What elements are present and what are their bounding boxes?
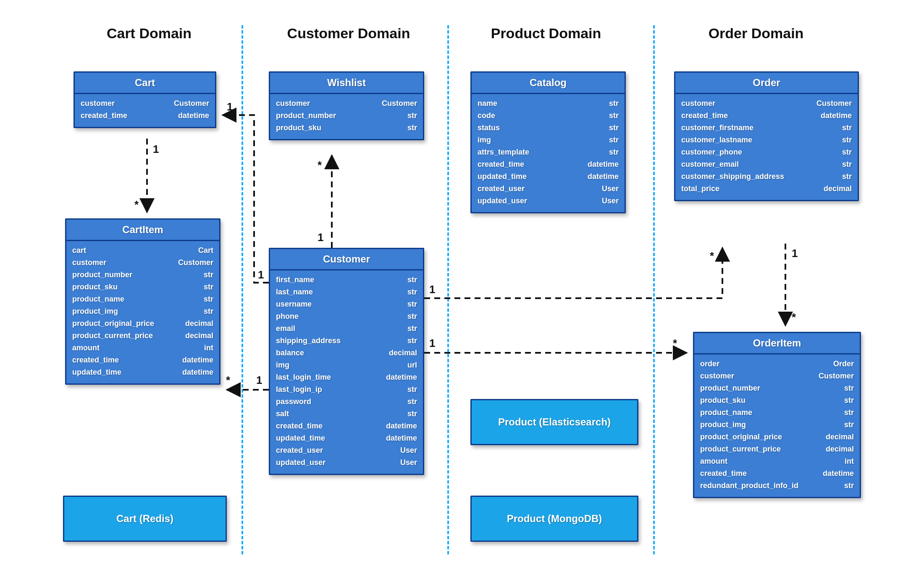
entity-wishlist: Wishlist customerCustomer product_number… — [269, 71, 424, 140]
store-product-mgo: Product (MongoDB) — [470, 496, 638, 542]
entity-fields: cartCart customerCustomer product_number… — [66, 241, 219, 383]
field-row: product_current_pricedecimal — [700, 443, 854, 455]
cardinality-label: 1 — [256, 374, 262, 387]
field-row: product_skustr — [72, 281, 213, 293]
field-row: created_timedatetime — [478, 158, 619, 171]
entity-fields: customerCustomer created_timedatetime cu… — [675, 94, 858, 200]
field-row: imgurl — [276, 359, 417, 371]
entity-title: Order — [675, 73, 858, 94]
field-row: orderOrder — [700, 358, 854, 370]
field-row: namestr — [478, 97, 619, 110]
domain-title-cart: Cart Domain — [78, 25, 220, 42]
field-row: usernamestr — [276, 298, 417, 310]
field-row: created_timedatetime — [81, 110, 209, 122]
domain-divider-3 — [653, 25, 655, 554]
diagram-canvas: Cart Domain Customer Domain Product Doma… — [0, 0, 924, 588]
entity-orderitem: OrderItem orderOrder customerCustomer pr… — [693, 332, 861, 498]
field-row: last_login_ipstr — [276, 383, 417, 396]
field-row: customer_firstnamestr — [681, 122, 852, 134]
cardinality-label: 1 — [318, 231, 323, 244]
entity-fields: customerCustomer created_timedatetime — [75, 94, 215, 127]
entity-title: CartItem — [66, 220, 219, 241]
field-row: customerCustomer — [81, 97, 209, 110]
cardinality-label: 1 — [429, 283, 435, 296]
field-row: customer_lastnamestr — [681, 134, 852, 146]
field-row: imgstr — [478, 134, 619, 146]
store-cart-redis: Cart (Redis) — [63, 496, 227, 542]
field-row: product_original_pricedecimal — [700, 431, 854, 443]
field-row: statusstr — [478, 122, 619, 134]
field-row: redundant_product_info_idstr — [700, 480, 854, 492]
field-row: balancedecimal — [276, 347, 417, 359]
cardinality-label: 1 — [258, 268, 264, 281]
cardinality-label: 1 — [227, 100, 233, 113]
field-row: shipping_addressstr — [276, 335, 417, 347]
domain-title-customer: Customer Domain — [265, 25, 433, 42]
domain-title-product: Product Domain — [462, 25, 630, 42]
cardinality-label: 1 — [153, 143, 159, 156]
field-row: updated_userUser — [276, 457, 417, 469]
field-row: created_timedatetime — [700, 467, 854, 480]
field-row: customerCustomer — [681, 97, 852, 110]
cardinality-label: * — [673, 337, 677, 350]
entity-title: Catalog — [472, 73, 625, 94]
field-row: customer_shipping_addressstr — [681, 171, 852, 183]
field-row: created_timedatetime — [276, 420, 417, 432]
cardinality-label: 1 — [429, 337, 435, 350]
field-row: product_namestr — [700, 407, 854, 419]
field-row: created_timedatetime — [72, 354, 213, 366]
field-row: cartCart — [72, 244, 213, 257]
field-row: passwordstr — [276, 396, 417, 408]
field-row: amountint — [700, 455, 854, 467]
entity-title: Cart — [75, 73, 215, 94]
field-row: updated_timedatetime — [276, 432, 417, 444]
field-row: saltstr — [276, 408, 417, 420]
field-row: product_original_pricedecimal — [72, 318, 213, 330]
field-row: last_namestr — [276, 286, 417, 298]
entity-title: OrderItem — [694, 333, 860, 354]
field-row: last_login_timedatetime — [276, 371, 417, 383]
field-row: updated_userUser — [478, 195, 619, 207]
field-row: product_numberstr — [700, 382, 854, 394]
field-row: created_userUser — [478, 183, 619, 195]
entity-fields: namestr codestr statusstr imgstr attrs_t… — [472, 94, 625, 212]
field-row: product_numberstr — [72, 269, 213, 281]
entity-customer: Customer first_namestr last_namestr user… — [269, 248, 424, 475]
entity-cart: Cart customerCustomer created_timedateti… — [74, 71, 216, 128]
entity-order: Order customerCustomer created_timedatet… — [674, 71, 859, 201]
entity-cartitem: CartItem cartCart customerCustomer produ… — [65, 218, 220, 385]
cardinality-label: * — [226, 374, 230, 387]
field-row: product_current_pricedecimal — [72, 330, 213, 342]
entity-title: Wishlist — [270, 73, 423, 94]
field-row: customerCustomer — [72, 257, 213, 269]
field-row: product_skustr — [700, 394, 854, 407]
domain-divider-1 — [242, 25, 243, 554]
entity-fields: orderOrder customerCustomer product_numb… — [694, 354, 860, 497]
entity-catalog: Catalog namestr codestr statusstr imgstr… — [470, 71, 626, 213]
cardinality-label: * — [792, 311, 796, 324]
cardinality-label: 1 — [792, 247, 798, 260]
domain-divider-2 — [447, 25, 449, 554]
entity-title: Customer — [270, 249, 423, 270]
field-row: product_imgstr — [72, 305, 213, 318]
field-row: product_namestr — [72, 293, 213, 305]
field-row: codestr — [478, 110, 619, 122]
field-row: customer_emailstr — [681, 158, 852, 171]
field-row: customerCustomer — [276, 97, 417, 110]
cardinality-label: * — [318, 159, 322, 172]
field-row: customer_phonestr — [681, 146, 852, 158]
field-row: product_skustr — [276, 122, 417, 134]
field-row: attrs_templatestr — [478, 146, 619, 158]
field-row: updated_timedatetime — [72, 366, 213, 378]
entity-fields: customerCustomer product_numberstr produ… — [270, 94, 423, 139]
store-product-es: Product (Elasticsearch) — [470, 399, 638, 445]
field-row: total_pricedecimal — [681, 183, 852, 195]
field-row: first_namestr — [276, 274, 417, 286]
cardinality-label: * — [134, 198, 139, 211]
field-row: updated_timedatetime — [478, 171, 619, 183]
field-row: product_numberstr — [276, 110, 417, 122]
field-row: customerCustomer — [700, 370, 854, 382]
field-row: phonestr — [276, 310, 417, 323]
field-row: created_timedatetime — [681, 110, 852, 122]
field-row: emailstr — [276, 323, 417, 335]
